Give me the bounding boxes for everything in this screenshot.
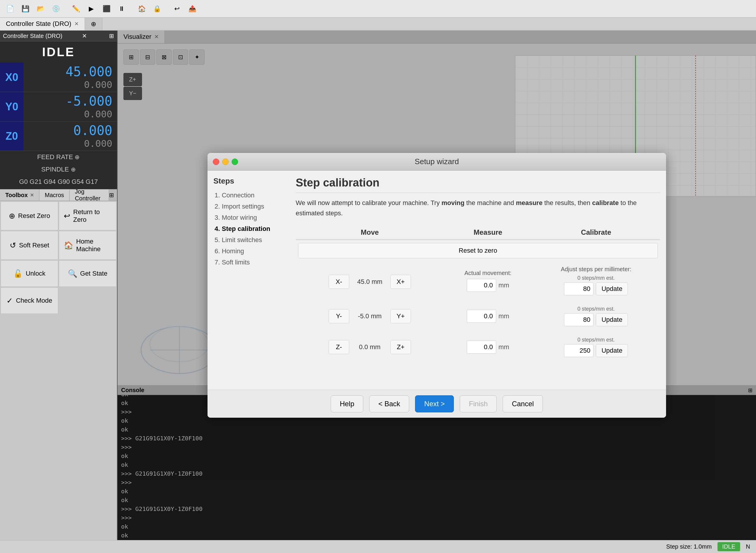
toolbox-tab-close[interactable]: ✕ xyxy=(30,192,34,198)
dro-title-close[interactable]: ✕ xyxy=(82,32,87,40)
toolbar-icon-edit[interactable]: ✏️ xyxy=(69,2,82,15)
calibration-y-row: Y- -5.0 mm Y+ mm xyxy=(296,301,660,331)
toolbox-maximize[interactable]: ⊞ xyxy=(109,191,114,199)
toolbar-icon-undo[interactable]: ↩ xyxy=(171,2,183,15)
dro-z-values: 0.000 0.000 xyxy=(23,122,117,151)
reset-zero-icon: ⊕ xyxy=(9,212,15,221)
toolbar-icon-export[interactable]: 📤 xyxy=(186,2,199,15)
dro-gcode: G0 G21 G94 G90 G54 G17 xyxy=(0,176,117,189)
z-actual-input[interactable] xyxy=(467,341,496,353)
dialog-traffic-lights xyxy=(213,159,238,165)
main-toolbar: 📄 💾 📂 💿 ✏️ ▶ ⬛ ⏸ 🏠 🔒 ↩ 📤 xyxy=(0,0,756,18)
dro-x-label: X0 xyxy=(0,63,23,92)
toolbox-tab-toolbox[interactable]: Toolbox ✕ xyxy=(0,189,39,201)
dro-title: Controller State (DRO) xyxy=(3,33,62,40)
dro-x-main: 45.000 xyxy=(66,64,112,79)
dro-z-main: 0.000 xyxy=(74,123,112,138)
dro-x-values: 45.000 0.000 xyxy=(23,63,117,92)
toolbox-btn-home-machine[interactable]: 🏠 Home Machine xyxy=(59,231,116,260)
y-measure-unit: mm xyxy=(498,312,509,320)
dro-title-bar: Controller State (DRO) ✕ ⊞ xyxy=(0,30,117,42)
tab-empty-arrow: ⊕ xyxy=(91,20,96,28)
toolbox-btn-return-to-zero[interactable]: ↩ Return to Zero xyxy=(59,202,116,230)
toolbox-btn-get-state[interactable]: 🔍 Get State xyxy=(59,260,116,287)
toolbar-icon-stop[interactable]: ⬛ xyxy=(100,2,113,15)
toolbar-icon-new[interactable]: 📄 xyxy=(4,2,16,15)
toolbar-icon-open[interactable]: 📂 xyxy=(34,2,47,15)
z-update-btn[interactable]: Update xyxy=(596,344,628,357)
toolbox-tab-jog[interactable]: Jog Controller xyxy=(70,189,109,201)
x-measure-unit: mm xyxy=(498,282,509,289)
z-est: 0 steps/mm est. xyxy=(534,337,658,343)
y-cal-row: 0 steps/mm est. Update xyxy=(534,306,658,326)
x-update-btn[interactable]: Update xyxy=(596,283,628,295)
dialog-titlebar: Setup wizard xyxy=(207,153,666,171)
toolbox-btn-reset-zero[interactable]: ⊕ Reset Zero xyxy=(1,202,58,230)
tab-dro-close[interactable]: ✕ xyxy=(74,21,79,27)
dro-feed-rate: FEED RATE ⊕ xyxy=(0,151,117,163)
toolbox-tab-macros[interactable]: Macros xyxy=(39,189,70,201)
calibration-z-row: Z- 0.0 mm Z+ mm xyxy=(296,331,660,363)
x-est: 0 steps/mm est. xyxy=(534,275,658,281)
toolbox-btn-reset-zero-label: Reset Zero xyxy=(18,212,50,220)
dro-z-label: Z0 xyxy=(0,122,23,151)
dialog-overlay: Setup wizard Steps 1. Connection 2. Impo… xyxy=(117,30,756,540)
wizard-sidebar: Steps 1. Connection 2. Import settings 3… xyxy=(213,176,290,384)
col-measure-header: Measure xyxy=(444,225,532,240)
dro-title-maximize[interactable]: ⊞ xyxy=(109,32,114,40)
toolbar-icon-home[interactable]: 🏠 xyxy=(135,2,148,15)
wizard-content-title: Step calibration xyxy=(296,176,660,193)
toolbar-icon-save[interactable]: 💾 xyxy=(19,2,32,15)
unlock-icon: 🔓 xyxy=(13,269,23,278)
y-cal-input[interactable] xyxy=(564,313,593,326)
dialog-zoom-btn[interactable] xyxy=(231,159,238,165)
tab-bar: Controller State (DRO) ✕ ⊕ xyxy=(0,18,756,30)
x-plus-btn[interactable]: X+ xyxy=(390,275,411,289)
next-btn[interactable]: Next > xyxy=(415,395,454,412)
back-btn[interactable]: < Back xyxy=(369,395,409,412)
y-minus-btn[interactable]: Y- xyxy=(328,309,349,323)
y-value: -5.0 mm xyxy=(352,312,387,320)
status-bar: Step size: 1.0mm IDLE N xyxy=(0,540,756,553)
dialog-footer: Help < Back Next > Finish Cancel xyxy=(207,390,666,418)
dialog-minimize-btn[interactable] xyxy=(222,159,229,165)
x-cal-input[interactable] xyxy=(564,283,593,295)
z-plus-btn[interactable]: Z+ xyxy=(390,340,411,354)
help-btn[interactable]: Help xyxy=(331,395,363,412)
step-4: 4. Step calibration xyxy=(213,223,290,234)
n-label: N xyxy=(746,543,750,550)
step-2: 2. Import settings xyxy=(213,201,290,212)
toolbar-icon-play[interactable]: ▶ xyxy=(85,2,98,15)
toolbar-icon-disk[interactable]: 💿 xyxy=(50,2,62,15)
toolbox-btn-soft-reset[interactable]: ↺ Soft Reset xyxy=(1,231,58,260)
tab-dro[interactable]: Controller State (DRO) ✕ xyxy=(0,18,85,30)
dro-z-axis: Z0 0.000 0.000 xyxy=(0,122,117,151)
wizard-sidebar-title: Steps xyxy=(213,176,290,185)
dro-y-main: -5.000 xyxy=(66,93,112,108)
z-cal-row: 0 steps/mm est. Update xyxy=(534,337,658,357)
x-cal-inner: Update xyxy=(534,283,658,295)
y-plus-btn[interactable]: Y+ xyxy=(390,309,411,323)
reset-to-zero-btn[interactable]: Reset to zero xyxy=(298,243,658,258)
x-minus-btn[interactable]: X- xyxy=(328,275,349,289)
toolbox-btn-return-label: Return to Zero xyxy=(73,208,111,224)
toolbox-btn-check-mode[interactable]: ✓ Check Mode xyxy=(1,288,58,314)
y-update-btn[interactable]: Update xyxy=(596,313,628,326)
x-actual-input[interactable] xyxy=(467,279,496,292)
y-actual-input[interactable] xyxy=(467,310,496,323)
calibration-table: Move Measure Calibrate Reset to zero xyxy=(296,225,660,363)
toolbar-icon-lock[interactable]: 🔒 xyxy=(151,2,164,15)
setup-wizard-dialog: Setup wizard Steps 1. Connection 2. Impo… xyxy=(207,153,666,418)
cancel-btn[interactable]: Cancel xyxy=(503,395,543,412)
z-cal-input[interactable] xyxy=(564,344,593,357)
dialog-close-btn[interactable] xyxy=(213,159,219,165)
y-measure-row: mm xyxy=(446,310,530,323)
toolbox-grid: ⊕ Reset Zero ↩ Return to Zero ↺ Soft Res… xyxy=(0,201,117,314)
z-minus-btn[interactable]: Z- xyxy=(328,340,349,354)
dro-y-label: Y0 xyxy=(0,92,23,121)
tab-empty[interactable]: ⊕ xyxy=(85,18,102,30)
toolbox-btn-unlock[interactable]: 🔓 Unlock xyxy=(1,260,58,287)
finish-btn[interactable]: Finish xyxy=(460,395,497,412)
toolbar-icon-pause[interactable]: ⏸ xyxy=(115,2,128,15)
dialog-title: Setup wizard xyxy=(415,157,459,166)
